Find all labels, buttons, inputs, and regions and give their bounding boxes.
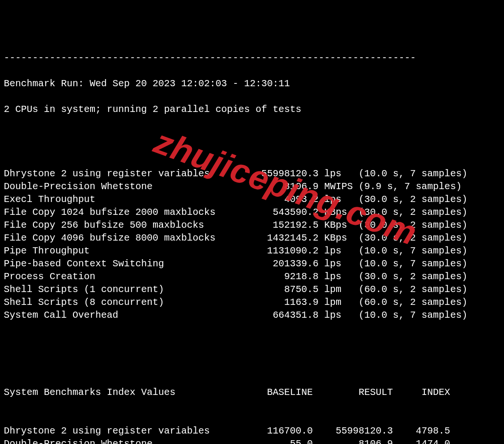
- run-test-row: System Call Overhead664351.8lps(10.0 s, …: [4, 309, 500, 322]
- run-test-note: (9.9 s, 7 samples): [359, 180, 500, 193]
- run-test-row: Execl Throughput4093.2lps(30.0 s, 2 samp…: [4, 193, 500, 206]
- divider-dashes: ----------------------------------------…: [4, 51, 500, 64]
- run-test-note: (30.0 s, 2 samples): [359, 193, 500, 206]
- index-header-row: System Benchmarks Index Values BASELINE …: [4, 386, 500, 399]
- run-test-row: Shell Scripts (1 concurrent)8750.5lpm(60…: [4, 283, 500, 296]
- run-test-row: File Copy 4096 bufsize 8000 maxblocks143…: [4, 232, 500, 244]
- run-test-name: Pipe-based Context Switching: [4, 257, 216, 270]
- run-test-unit: lpm: [319, 296, 359, 309]
- cpus-line: 2 CPUs in system; running 2 parallel cop…: [4, 103, 500, 116]
- run-test-name: Dhrystone 2 using register variables: [4, 167, 216, 180]
- run-test-row: Double-Precision Whetstone8106.9MWIPS(9.…: [4, 180, 500, 193]
- run-test-unit: MWIPS: [319, 180, 359, 193]
- run-test-note: (30.0 s, 2 samples): [359, 270, 500, 283]
- index-row-baseline: 116700.0: [233, 424, 313, 437]
- run-test-row: Pipe Throughput1131090.2lps(10.0 s, 7 sa…: [4, 244, 500, 257]
- run-test-unit: lps: [319, 244, 359, 257]
- run-tests-block: Dhrystone 2 using register variables5599…: [4, 167, 500, 322]
- run-test-note: (60.0 s, 2 samples): [359, 296, 500, 309]
- run-test-value: 8106.9: [216, 180, 319, 193]
- run-test-value: 55998120.3: [216, 167, 319, 180]
- run-test-value: 1163.9: [216, 296, 319, 309]
- index-row: Double-Precision Whetstone55.08106.91474…: [4, 437, 500, 444]
- benchmark-run-line: Benchmark Run: Wed Sep 20 2023 12:02:03 …: [4, 77, 500, 90]
- run-test-unit: KBps: [319, 219, 359, 232]
- run-test-note: (30.0 s, 2 samples): [359, 232, 500, 244]
- index-header-baseline: BASELINE: [233, 386, 313, 399]
- blank-line: [4, 347, 500, 360]
- run-test-row: Process Creation9218.8lps(30.0 s, 2 samp…: [4, 270, 500, 283]
- run-test-row: File Copy 256 bufsize 500 maxblocks15219…: [4, 219, 500, 232]
- run-test-note: (30.0 s, 2 samples): [359, 219, 500, 232]
- run-test-value: 1432145.2: [216, 232, 319, 244]
- run-test-name: Process Creation: [4, 270, 216, 283]
- run-test-name: File Copy 256 bufsize 500 maxblocks: [4, 219, 216, 232]
- run-test-value: 201339.6: [216, 257, 319, 270]
- index-row-result: 55998120.3: [313, 424, 393, 437]
- run-test-value: 4093.2: [216, 193, 319, 206]
- run-test-value: 543590.2: [216, 206, 319, 219]
- run-test-row: Pipe-based Context Switching201339.6lps(…: [4, 257, 500, 270]
- run-test-value: 664351.8: [216, 309, 319, 322]
- index-header-result: RESULT: [313, 386, 393, 399]
- blank-line: [4, 129, 500, 141]
- run-test-name: Shell Scripts (1 concurrent): [4, 283, 216, 296]
- run-test-unit: KBps: [319, 232, 359, 244]
- index-row-name: Dhrystone 2 using register variables: [4, 424, 233, 437]
- index-header-name: System Benchmarks Index Values: [4, 386, 233, 399]
- run-test-unit: KBps: [319, 206, 359, 219]
- run-test-name: File Copy 4096 bufsize 8000 maxblocks: [4, 232, 216, 244]
- run-test-unit: lpm: [319, 283, 359, 296]
- run-test-unit: lps: [319, 309, 359, 322]
- run-test-unit: lps: [319, 270, 359, 283]
- run-test-note: (10.0 s, 7 samples): [359, 244, 500, 257]
- run-test-value: 152192.5: [216, 219, 319, 232]
- index-rows-block: Dhrystone 2 using register variables1167…: [4, 424, 500, 444]
- index-row-index: 1474.0: [393, 437, 450, 444]
- run-test-name: File Copy 1024 bufsize 2000 maxblocks: [4, 206, 216, 219]
- run-test-name: Shell Scripts (8 concurrent): [4, 296, 216, 309]
- index-row-result: 8106.9: [313, 437, 393, 444]
- run-test-value: 9218.8: [216, 270, 319, 283]
- run-test-value: 1131090.2: [216, 244, 319, 257]
- run-test-note: (10.0 s, 7 samples): [359, 167, 500, 180]
- run-test-unit: lps: [319, 257, 359, 270]
- run-test-unit: lps: [319, 167, 359, 180]
- run-test-row: Dhrystone 2 using register variables5599…: [4, 167, 500, 180]
- run-test-name: Double-Precision Whetstone: [4, 180, 216, 193]
- run-test-value: 8750.5: [216, 283, 319, 296]
- index-header-index: INDEX: [393, 386, 450, 399]
- index-row: Dhrystone 2 using register variables1167…: [4, 424, 500, 437]
- run-test-name: Execl Throughput: [4, 193, 216, 206]
- run-test-note: (10.0 s, 7 samples): [359, 309, 500, 322]
- run-test-unit: lps: [319, 193, 359, 206]
- run-test-row: Shell Scripts (8 concurrent)1163.9lpm(60…: [4, 296, 500, 309]
- run-test-note: (10.0 s, 7 samples): [359, 257, 500, 270]
- run-test-name: Pipe Throughput: [4, 244, 216, 257]
- run-test-name: System Call Overhead: [4, 309, 216, 322]
- run-test-row: File Copy 1024 bufsize 2000 maxblocks543…: [4, 206, 500, 219]
- run-test-note: (60.0 s, 2 samples): [359, 283, 500, 296]
- index-row-baseline: 55.0: [233, 437, 313, 444]
- index-row-name: Double-Precision Whetstone: [4, 437, 233, 444]
- index-row-index: 4798.5: [393, 424, 450, 437]
- run-test-note: (30.0 s, 2 samples): [359, 206, 500, 219]
